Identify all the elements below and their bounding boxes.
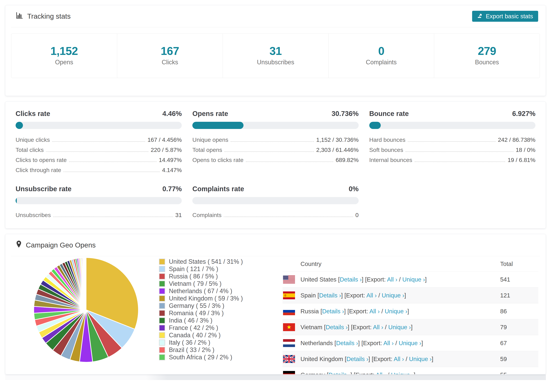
- details-link-spain[interactable]: Details ›: [319, 292, 341, 299]
- flag-us-icon: [283, 275, 295, 283]
- bracket-close: ]: [407, 308, 409, 315]
- stat-row-click-through-rate: Click through rate4.147%: [15, 164, 182, 175]
- stat-row-label: Unique clicks: [15, 136, 50, 144]
- export-unique-link-united-kingdom[interactable]: Unique ›: [409, 356, 431, 362]
- dotted-leader: [415, 161, 505, 162]
- legend-item-france: France ( 42 / 2% ): [159, 324, 243, 331]
- progress-fill-opens-rate: [192, 122, 243, 129]
- legend-item-germany: Germany ( 55 / 3% ): [159, 302, 243, 309]
- summary-stat-complaints: 0Complaints: [328, 34, 434, 78]
- details-link-netherlands[interactable]: Details ›: [336, 340, 358, 346]
- country-cell-spain: Spain [Details ›] [Export: All › / Uniqu…: [283, 291, 500, 299]
- tracking-stats-card: Tracking stats Export basic stats 1,152O…: [5, 5, 546, 96]
- country-row-text: Netherlands [Details ›] [Export: All › /…: [300, 340, 423, 347]
- total-cell-netherlands: 67: [500, 340, 538, 347]
- legend-swatch-france: [159, 325, 165, 331]
- export-basic-stats-button[interactable]: Export basic stats: [472, 11, 538, 22]
- rate-head-unsubscribe-rate: Unsubscribe rate0.77%: [15, 185, 182, 193]
- total-cell-united-states: 541: [500, 276, 538, 283]
- bracket-close: ]: [411, 324, 413, 330]
- link-separator: /: [383, 324, 388, 330]
- export-all-link-russia[interactable]: All ›: [369, 308, 380, 315]
- country-cell-united-states: United States [Details ›] [Export: All ›…: [283, 275, 500, 283]
- details-link-germany[interactable]: Details ›: [328, 371, 350, 374]
- export-all-link-united-states[interactable]: All ›: [387, 276, 397, 283]
- legend-swatch-netherlands: [159, 288, 165, 294]
- bracket-close: ]: [414, 371, 415, 374]
- details-link-united-states[interactable]: Details ›: [340, 276, 362, 283]
- stat-row-value: 167 / 4.456%: [148, 136, 182, 144]
- export-unique-link-russia[interactable]: Unique ›: [385, 308, 407, 315]
- total-column-header: Total: [500, 260, 538, 267]
- total-cell-united-kingdom: 59: [500, 356, 538, 362]
- progress-fill-unsubscribe-rate: [15, 197, 17, 204]
- legend-label-united-states: United States ( 541 / 31% ): [169, 258, 243, 265]
- dotted-leader: [52, 141, 145, 142]
- export-prefix: ] [Export:: [348, 324, 373, 330]
- export-all-link-spain[interactable]: All ›: [366, 292, 377, 299]
- country-name: Netherlands [: [300, 340, 336, 346]
- progress-fill-bounce-rate: [369, 122, 381, 129]
- export-unique-link-united-states[interactable]: Unique ›: [402, 276, 425, 283]
- stat-row-value: 18 / 0%: [516, 147, 536, 154]
- stat-row-value: 220 / 5.87%: [151, 147, 182, 154]
- progress-fill-clicks-rate: [15, 122, 23, 129]
- stat-row-unique-opens: Unique opens1,152 / 30.736%: [192, 134, 359, 144]
- dotted-leader: [406, 151, 513, 152]
- dotted-leader: [53, 217, 173, 217]
- details-link-united-kingdom[interactable]: Details ›: [346, 356, 368, 362]
- country-row-text: Spain [Details ›] [Export: All › / Uniqu…: [300, 292, 406, 299]
- details-link-vietnam[interactable]: Details ›: [326, 324, 347, 330]
- country-cell-netherlands: Netherlands [Details ›] [Export: All › /…: [283, 339, 500, 347]
- export-all-link-germany[interactable]: All ›: [376, 371, 386, 374]
- rate-section-opens-rate: Opens rate30.736%Unique opens1,152 / 30.…: [192, 109, 359, 175]
- table-row-united-kingdom: United Kingdom [Details ›] [Export: All …: [283, 351, 538, 367]
- country-cell-vietnam: Vietnam [Details ›] [Export: All › / Uni…: [283, 323, 500, 331]
- dotted-leader: [231, 141, 314, 142]
- legend-label-india: India ( 46 / 3% ): [169, 317, 212, 324]
- table-row-vietnam: Vietnam [Details ›] [Export: All › / Uni…: [283, 319, 538, 335]
- legend-label-russia: Russia ( 86 / 5% ): [169, 273, 218, 280]
- bracket-close: ]: [431, 356, 433, 362]
- country-row-text: United Kingdom [Details ›] [Export: All …: [300, 356, 433, 362]
- country-name: Spain [: [300, 292, 319, 299]
- page-bottom-band: [5, 374, 546, 380]
- legend-item-romania: Romania ( 49 / 3% ): [159, 309, 243, 317]
- country-name: Russia [: [300, 308, 322, 315]
- total-cell-russia: 86: [500, 308, 538, 315]
- export-all-link-vietnam[interactable]: All ›: [373, 324, 383, 330]
- geo-opens-pie-chart: [31, 256, 141, 365]
- export-unique-link-vietnam[interactable]: Unique ›: [388, 324, 411, 330]
- dotted-leader: [64, 172, 160, 172]
- export-unique-link-germany[interactable]: Unique ›: [391, 371, 414, 374]
- bracket-close: ]: [421, 340, 423, 346]
- export-all-link-united-kingdom[interactable]: All ›: [394, 356, 404, 362]
- link-separator: /: [377, 292, 381, 299]
- stat-row-label: Hard bounces: [369, 136, 406, 144]
- dashboard-page: Tracking stats Export basic stats 1,152O…: [0, 0, 551, 380]
- stat-row-value: 1,152 / 30.736%: [316, 136, 359, 144]
- details-link-russia[interactable]: Details ›: [322, 308, 344, 315]
- legend-item-united-kingdom: United Kingdom ( 59 / 3% ): [159, 295, 243, 302]
- stat-row-unsubscribes: Unsubscribes31: [15, 209, 182, 219]
- geo-body: United States ( 541 / 31% )Spain ( 121 /…: [5, 256, 546, 374]
- export-unique-link-spain[interactable]: Unique ›: [382, 292, 404, 299]
- geo-title: Campaign Geo Opens: [26, 241, 96, 249]
- flag-de-icon: [283, 371, 295, 374]
- export-prefix: ] [Export:: [368, 356, 394, 362]
- stat-label-opens: Opens: [11, 59, 117, 66]
- tracking-stats-header: Tracking stats Export basic stats: [5, 5, 546, 27]
- stat-value-opens: 1,152: [11, 45, 117, 57]
- stat-row-clicks-to-opens-rate: Clicks to opens rate14.497%: [15, 154, 182, 164]
- legend-item-vietnam: Vietnam ( 79 / 5% ): [159, 280, 243, 287]
- rate-value-unsubscribe-rate: 0.77%: [162, 185, 182, 193]
- rate-value-complaints-rate: 0%: [349, 185, 359, 193]
- export-all-link-netherlands[interactable]: All ›: [383, 340, 394, 346]
- rate-title-clicks-rate: Clicks rate: [15, 109, 50, 118]
- export-unique-link-netherlands[interactable]: Unique ›: [399, 340, 421, 346]
- legend-label-canada: Canada ( 40 / 2% ): [169, 332, 221, 339]
- stat-row-internal-bounces: Internal bounces19 / 6.81%: [369, 154, 536, 164]
- table-row-russia: Russia [Details ›] [Export: All › / Uniq…: [283, 303, 538, 319]
- dotted-leader: [408, 141, 495, 142]
- link-separator: /: [394, 340, 399, 346]
